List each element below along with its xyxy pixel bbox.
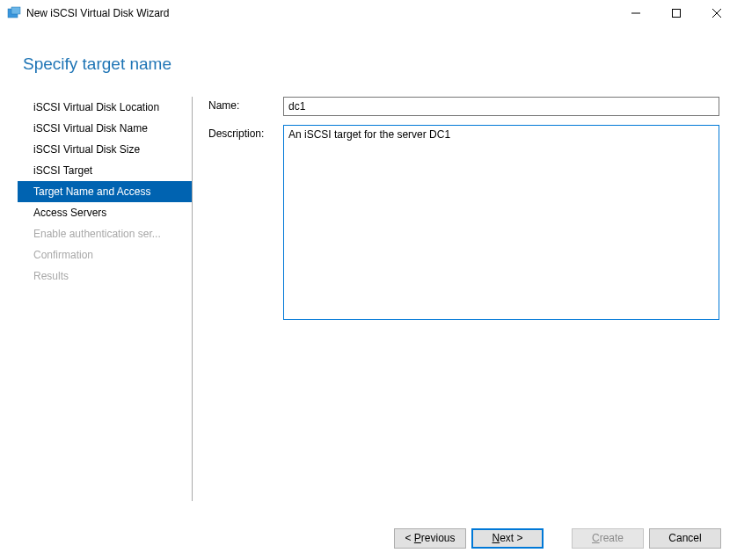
vertical-divider xyxy=(192,97,193,501)
app-icon xyxy=(7,6,21,20)
window-title: New iSCSI Virtual Disk Wizard xyxy=(26,7,616,19)
cancel-button[interactable]: Cancel xyxy=(649,528,721,549)
step-authentication: Enable authentication ser... xyxy=(18,223,192,244)
svg-rect-1 xyxy=(11,7,20,14)
footer: < Previous Next > Create Cancel xyxy=(0,516,737,560)
name-label: Name: xyxy=(208,97,283,112)
step-disk-location[interactable]: iSCSI Virtual Disk Location xyxy=(18,97,192,118)
description-label: Description: xyxy=(208,125,283,140)
description-input[interactable] xyxy=(283,125,719,320)
create-button: Create xyxy=(572,528,644,549)
titlebar: New iSCSI Virtual Disk Wizard xyxy=(0,0,737,26)
next-button[interactable]: Next > xyxy=(471,528,544,549)
step-access-servers[interactable]: Access Servers xyxy=(18,202,192,223)
form-area: Name: Description: xyxy=(208,91,719,516)
step-confirmation: Confirmation xyxy=(18,244,192,265)
page-title: Specify target name xyxy=(23,55,719,74)
maximize-button[interactable] xyxy=(656,0,697,26)
step-disk-size[interactable]: iSCSI Virtual Disk Size xyxy=(18,139,192,160)
step-target-name-access[interactable]: Target Name and Access xyxy=(18,181,192,202)
wizard-steps: iSCSI Virtual Disk Location iSCSI Virtua… xyxy=(18,91,192,516)
previous-button[interactable]: < Previous xyxy=(394,528,466,549)
step-disk-name[interactable]: iSCSI Virtual Disk Name xyxy=(18,118,192,139)
content-area: Specify target name iSCSI Virtual Disk L… xyxy=(0,26,737,516)
wizard-body: iSCSI Virtual Disk Location iSCSI Virtua… xyxy=(18,91,719,516)
minimize-button[interactable] xyxy=(616,0,656,26)
name-input[interactable] xyxy=(283,97,719,116)
step-results: Results xyxy=(18,265,192,287)
close-button[interactable] xyxy=(697,0,737,26)
window-controls xyxy=(616,0,737,25)
step-target[interactable]: iSCSI Target xyxy=(18,160,192,181)
svg-rect-3 xyxy=(673,10,681,18)
